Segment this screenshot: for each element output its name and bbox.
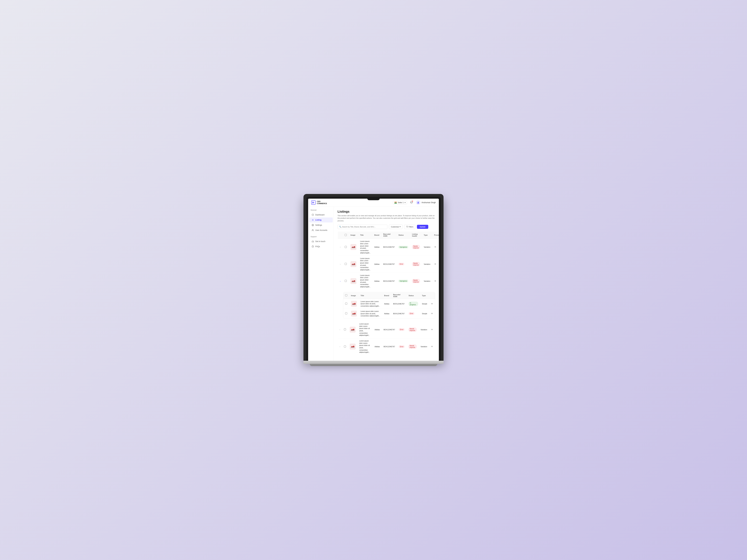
svg-rect-22 [352,304,356,304]
sub-table-wrapper: Image Title Brand Barcode/ ASIN Status T… [343,292,435,319]
sub-row-status-cell: In progress [407,299,420,309]
health-badge: Needs improve [408,327,417,332]
product-title: Lorem ipsum dolo Lorem ipsum dolor sit a… [360,257,370,271]
sidebar-item-get-in-touch[interactable]: Get in touch [309,239,333,244]
row-health-cell: Needs improve [410,272,422,290]
row-brand-cell: Adidas [372,256,382,272]
sneaker-image [350,344,355,349]
svg-rect-20 [352,282,355,282]
row-title-cell: Lorem ipsum dolo Lorem ipsum dolor sit a… [358,338,373,355]
preview-icon[interactable]: 👁 [431,312,433,315]
sub-row-preview-cell[interactable]: 👁 [429,309,435,318]
row-barcode-cell: BOX1234E767 [382,239,396,256]
preview-icon[interactable]: 👁 [434,246,436,248]
sidebar-item-faqs[interactable]: FAQs [309,244,333,249]
product-thumbnail [351,278,356,284]
preview-icon[interactable]: 👁 [434,280,436,282]
filters-button[interactable]: Filters [404,224,415,229]
status-badge: Error [399,328,405,331]
logo-text: CED COMMERCE [317,201,327,205]
notification-button[interactable] [409,200,413,205]
sidebar-item-user-accounts[interactable]: User Accounts [309,228,333,233]
laptop-notch [367,197,380,200]
listing-icon [312,219,314,221]
sub-listing-table: Image Title Brand Barcode/ ASIN Status T… [343,292,435,318]
product-title: Lorem ipsum dolo Lorem ipsum dolor sit a… [361,300,380,307]
svg-line-6 [313,215,313,215]
table-row: ⌄ [338,272,439,290]
row-checkbox[interactable] [344,328,346,330]
sub-row-preview-cell[interactable]: 👁 [429,299,435,309]
product-thumbnail [351,301,357,307]
product-title: Lorem ipsum dolo Lorem ipsum dolor sit a… [361,310,380,317]
row-checkbox[interactable] [345,246,347,248]
col-image: Image [349,232,358,239]
row-image-cell [349,272,358,290]
svg-marker-14 [406,226,408,228]
product-title: Lorem ipsum dolo Lorem ipsum dolor sit a… [359,323,371,337]
row-expand-cell[interactable]: › [338,338,342,355]
sub-row-checkbox[interactable] [345,302,347,304]
search-input[interactable] [338,224,387,229]
table-row: › [338,239,439,256]
sub-select-all[interactable] [345,294,347,296]
sub-row-brand-cell: Adidas [382,299,391,309]
sub-row-title-cell: Lorem ipsum dolo Lorem ipsum dolor sit a… [359,299,382,309]
product-title: Lorem ipsum dolo Lorem ipsum dolor sit a… [360,240,370,254]
row-preview-cell[interactable]: 👁 [432,272,439,290]
headset-icon [312,240,314,243]
product-title: Lorem ipsum dolo Lorem ipsum dolor sit a… [359,340,371,353]
sidebar-item-dashboard[interactable]: Dashboard [309,212,333,217]
sneaker-image [351,278,356,284]
app-body: General Dashboard [308,207,439,361]
col-listing-health: Listing health [410,232,422,239]
row-expand-cell[interactable]: › [338,256,343,272]
sidebar-item-listing[interactable]: Listing [309,217,333,222]
svg-rect-18 [352,265,355,265]
laptop-screen: CED COMMERCE Seller 1 ▾ [308,198,439,361]
filter-icon [406,226,408,228]
svg-marker-1 [312,201,313,204]
status-badge: Inprogress [398,280,408,282]
settings-icon [312,224,314,226]
row-expand-cell[interactable]: › [338,239,343,256]
row-preview-cell[interactable]: 👁 [429,338,435,355]
dashboard-label: Dashboard [315,214,325,216]
col-type: Type [422,232,432,239]
filters-label: Filters [409,226,413,228]
page-description: This section will enable you to view and… [338,214,435,222]
row-checkbox-cell [342,321,348,338]
row-preview-cell[interactable]: 👁 [432,239,439,256]
settings-label: Settings [315,224,322,226]
row-expand-cell[interactable]: › [338,321,342,338]
row-checkbox[interactable] [345,263,347,265]
product-thumbnail [351,261,356,267]
sidebar-item-settings[interactable]: Settings [309,222,333,228]
select-all-checkbox[interactable] [345,234,347,236]
sub-col-preview [429,292,435,299]
row-status-cell: Error [397,321,407,338]
sub-row-image-cell [349,309,359,318]
update-button[interactable]: Update [417,225,428,229]
user-info[interactable]: Anshuman Singh [416,201,436,205]
row-preview-cell[interactable]: 👁 [432,256,439,272]
col-brand: Brand [372,232,382,239]
preview-icon[interactable]: 👁 [431,328,433,331]
row-preview-cell[interactable]: 👁 [429,321,435,338]
sub-row-type-cell: Simple [420,309,429,318]
preview-icon[interactable]: 👁 [431,302,433,305]
customize-button[interactable]: Customize ▾ [389,224,403,229]
preview-icon[interactable]: 👁 [431,345,433,348]
svg-marker-2 [313,201,314,204]
row-expand-cell[interactable]: ⌄ [338,272,343,290]
row-status-cell: Inprogress [396,272,410,290]
toolbar: 🔍 Customize ▾ Filters [338,224,435,229]
seller-dropdown[interactable]: Seller 1 ▾ [393,201,407,205]
sub-row-checkbox[interactable] [345,312,347,314]
product-title: Lorem ipsum dolo Lorem ipsum dolor sit a… [360,274,370,288]
sneaker-image [352,311,356,316]
row-checkbox-cell [343,256,349,272]
row-checkbox[interactable] [344,346,346,348]
preview-icon[interactable]: 👁 [434,263,436,265]
row-checkbox[interactable] [345,280,347,282]
